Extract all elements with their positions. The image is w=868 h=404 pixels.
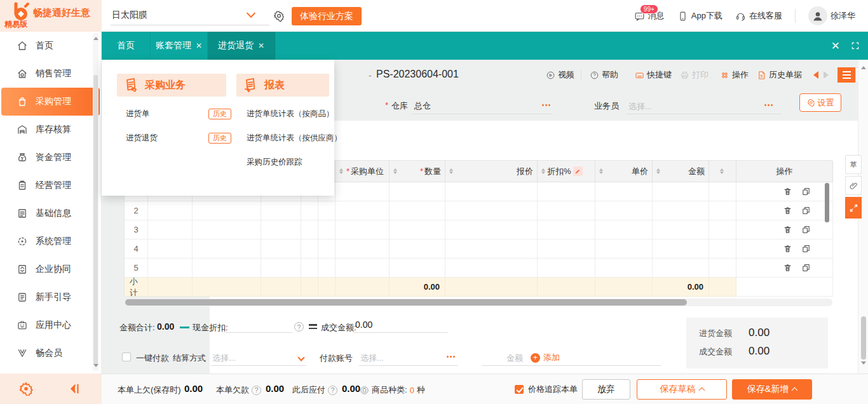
messages-button[interactable]: 99+ 消息 xyxy=(634,10,665,22)
close-all-tabs-icon[interactable]: ✕ xyxy=(831,39,840,53)
cell-col-c[interactable] xyxy=(261,201,301,220)
column-header-quote[interactable]: 报价 xyxy=(445,161,538,182)
cell-amount[interactable] xyxy=(653,239,709,259)
cell-col-d[interactable] xyxy=(301,239,318,259)
close-tab-icon[interactable]: ✕ xyxy=(258,41,264,50)
scroll-up-icon[interactable] xyxy=(861,64,866,69)
sort-icon[interactable] xyxy=(393,166,397,176)
copy-row-icon[interactable] xyxy=(801,225,811,234)
delete-row-icon[interactable] xyxy=(783,206,792,215)
cell-col-b[interactable] xyxy=(193,220,261,239)
menu-item-purchase-return[interactable]: 进货退货历史 xyxy=(126,126,231,150)
cell-col-a[interactable] xyxy=(148,259,193,278)
cell-quote[interactable] xyxy=(445,201,538,220)
expand-panel-button[interactable] xyxy=(845,197,862,219)
cell-discount[interactable] xyxy=(538,259,595,278)
column-header-qty[interactable]: *数量 xyxy=(390,161,445,182)
history-badge[interactable]: 历史 xyxy=(208,109,231,119)
cell-discount[interactable] xyxy=(538,239,595,259)
attachment-button[interactable] xyxy=(845,176,862,195)
salesman-picker-icon[interactable] xyxy=(764,104,773,106)
cell-col-c[interactable] xyxy=(261,259,301,278)
tab-home[interactable]: 首页 xyxy=(102,32,151,60)
sort-icon[interactable] xyxy=(599,166,603,176)
cell-sort-only[interactable] xyxy=(709,259,736,278)
sidebar-item-purchase[interactable]: 采购管理 xyxy=(1,88,100,116)
cell-discount[interactable] xyxy=(538,220,595,239)
sidebar-item-app-center[interactable]: 应用中心 xyxy=(0,311,101,339)
cell-col-b[interactable] xyxy=(193,259,261,278)
copy-row-icon[interactable] xyxy=(801,187,811,196)
cell-unit-price[interactable] xyxy=(595,239,653,259)
horizontal-scroll-thumb[interactable] xyxy=(125,299,687,306)
trial-plan-button[interactable]: 体验行业方案 xyxy=(292,7,362,25)
copy-row-icon[interactable] xyxy=(801,206,811,215)
cell-amount[interactable] xyxy=(653,220,709,239)
cell-amount[interactable] xyxy=(653,259,709,278)
cell-sort-only[interactable] xyxy=(709,201,736,220)
help-button[interactable]: 帮助 xyxy=(590,69,618,81)
print-button[interactable]: 打印 xyxy=(680,69,709,81)
horizontal-scrollbar[interactable] xyxy=(124,299,832,306)
save-and-new-button[interactable]: 保存&新增 xyxy=(732,379,812,400)
prev-doc-icon[interactable] xyxy=(813,71,818,79)
account-book-select[interactable]: 日太阳膜 xyxy=(111,6,269,25)
abandon-button[interactable]: 放弃 xyxy=(582,379,630,400)
delete-row-icon[interactable] xyxy=(783,225,792,234)
cell-quote[interactable] xyxy=(445,239,538,259)
sidebar-scrollbar[interactable] xyxy=(93,33,98,371)
operations-button[interactable]: 操作 xyxy=(720,69,749,81)
sidebar-item-collaboration[interactable]: 企业协同 xyxy=(0,255,101,283)
cell-col-e[interactable] xyxy=(318,259,336,278)
settings-button[interactable]: 设置 xyxy=(799,93,841,112)
one-click-pay-checkbox[interactable] xyxy=(122,353,131,361)
sidebar-settings-gear-icon[interactable] xyxy=(19,382,33,396)
cell-col-d[interactable] xyxy=(301,259,318,278)
cell-sort-only[interactable] xyxy=(709,220,736,239)
cell-actions[interactable] xyxy=(736,201,833,220)
cell-discount[interactable] xyxy=(538,201,595,220)
sort-icon[interactable] xyxy=(339,166,343,176)
cell-col-c[interactable] xyxy=(261,239,301,259)
history-badge[interactable]: 历史 xyxy=(208,133,231,144)
sort-icon[interactable] xyxy=(720,166,724,176)
collapse-sidebar-icon[interactable] xyxy=(67,382,81,396)
cell-unit-price[interactable] xyxy=(595,201,653,220)
cash-discount-input[interactable] xyxy=(226,318,292,333)
cell-qty[interactable] xyxy=(390,259,445,278)
app-download-button[interactable]: App下载 xyxy=(677,10,722,22)
cell-purchase-unit[interactable] xyxy=(336,220,390,239)
cell-purchase-unit[interactable] xyxy=(336,201,390,220)
page-scroll-thumb[interactable] xyxy=(861,316,866,360)
cell-col-b[interactable] xyxy=(193,239,261,259)
sidebar-item-operations[interactable]: 经营管理 xyxy=(0,172,101,199)
sort-icon[interactable] xyxy=(541,166,545,176)
sort-icon[interactable] xyxy=(449,166,453,176)
price-track-checkbox[interactable] xyxy=(515,385,524,394)
cell-actions[interactable] xyxy=(736,259,833,278)
save-draft-button[interactable]: 保存草稿 xyxy=(637,379,727,400)
sidebar-item-home[interactable]: 首页 xyxy=(0,32,101,60)
cell-quote[interactable] xyxy=(445,259,538,278)
online-service-button[interactable]: 在线客服 xyxy=(735,10,782,22)
add-payment-button[interactable]: + 添加 xyxy=(531,352,560,363)
pay-account-picker-icon[interactable] xyxy=(447,356,455,358)
sidebar-item-funds[interactable]: 资金管理 xyxy=(0,144,101,172)
cell-amount[interactable] xyxy=(653,201,709,220)
help-icon[interactable] xyxy=(328,386,337,395)
column-header-sort-only[interactable] xyxy=(709,161,736,182)
cell-amount[interactable] xyxy=(653,182,709,201)
sidebar-item-base-info[interactable]: 基础信息 xyxy=(0,199,101,227)
salesman-input[interactable]: 选择... xyxy=(626,99,782,114)
column-header-discount[interactable]: 折扣% xyxy=(538,161,595,182)
column-header-unit-price[interactable]: 单价 xyxy=(595,161,653,182)
list-view-toggle[interactable] xyxy=(837,67,855,83)
cell-col-a[interactable] xyxy=(148,201,193,220)
sidebar-item-member[interactable]: 畅会员 xyxy=(0,339,101,367)
history-docs-button[interactable]: 历史单据 xyxy=(757,69,802,81)
cell-unit-price[interactable] xyxy=(595,220,653,239)
deal-amount-input[interactable]: 0.00 xyxy=(354,318,448,333)
tab-purchase-return[interactable]: 进货退货✕ xyxy=(208,32,275,60)
help-icon[interactable] xyxy=(252,386,261,395)
sidebar-item-system[interactable]: 系统管理 xyxy=(0,227,101,255)
